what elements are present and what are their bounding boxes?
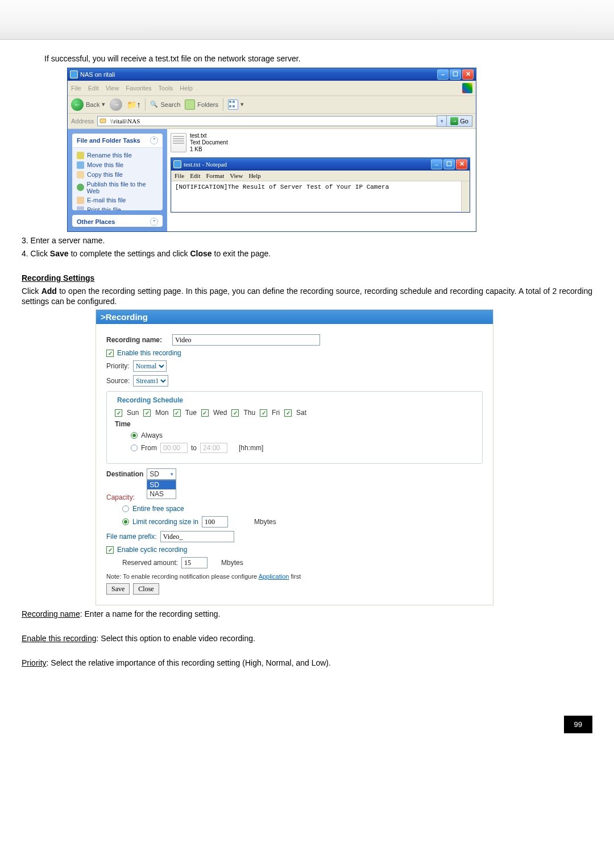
day-mon-checkbox[interactable] <box>143 409 151 417</box>
move-icon <box>77 161 84 169</box>
row-destination: Destination SD▾ SD NAS <box>106 468 483 480</box>
time-from-input[interactable] <box>160 443 188 453</box>
back-button[interactable]: ←Back ▾ <box>71 98 105 111</box>
np-menu-view[interactable]: View <box>230 172 243 179</box>
row-recording-name: Recording name: <box>106 334 483 346</box>
copy-icon <box>77 171 84 178</box>
row-source: Source: Stream1 <box>106 375 483 387</box>
notepad-menubar: File Edit Format View Help <box>171 171 470 181</box>
address-input[interactable] <box>97 116 437 126</box>
menu-file[interactable]: File <box>71 85 81 92</box>
limit-size-input[interactable] <box>202 516 228 528</box>
views-button[interactable]: ▾ <box>228 99 244 110</box>
task-email[interactable]: E-mail this file <box>77 196 158 205</box>
step-3: 3. Enter a server name. <box>22 235 592 246</box>
menu-tools[interactable]: Tools <box>159 85 173 92</box>
menu-edit[interactable]: Edit <box>88 85 99 92</box>
capacity-limit-radio[interactable] <box>122 518 129 525</box>
row-priority: Priority: Normal <box>106 360 483 372</box>
menu-help[interactable]: Help <box>180 85 193 92</box>
capacity-entire-radio[interactable] <box>122 505 129 512</box>
option-sd[interactable]: SD <box>147 480 176 489</box>
task-publish[interactable]: Publish this file to the Web <box>77 180 158 196</box>
np-menu-help[interactable]: Help <box>248 172 260 179</box>
window-title: NAS on ritali <box>80 71 115 78</box>
section-desc: Click Add to open the recording setting … <box>22 286 592 308</box>
up-button[interactable]: 📁↑ <box>127 100 140 109</box>
address-bar: Address ▾ →Go <box>68 114 476 129</box>
text-file-icon <box>171 133 186 152</box>
print-icon <box>77 206 84 210</box>
priority-select[interactable]: Normal <box>133 360 167 372</box>
note-text: Note: To enable recording notification p… <box>106 573 483 580</box>
day-tue-checkbox[interactable] <box>173 409 181 417</box>
maximize-button[interactable]: ☐ <box>450 69 461 80</box>
np-menu-edit[interactable]: Edit <box>190 172 200 179</box>
recording-name-input[interactable] <box>172 334 320 346</box>
days-row: Sun Mon Tue Wed Thu Fri Sat <box>115 409 474 417</box>
forward-button[interactable]: → <box>110 98 122 111</box>
close-button[interactable]: ✕ <box>462 69 474 80</box>
menu-favorites[interactable]: Favorites <box>126 85 151 92</box>
maximize-button[interactable]: ☐ <box>443 159 455 169</box>
destination-options: SD NAS <box>147 480 176 499</box>
time-always-radio[interactable] <box>131 432 138 439</box>
np-menu-format[interactable]: Format <box>206 172 224 179</box>
notepad-titlebar: test.txt - Notepad – ☐ ✕ <box>171 158 470 171</box>
scrollbar[interactable] <box>461 181 469 211</box>
time-range-radio[interactable] <box>131 445 138 451</box>
file-item[interactable]: test.txt Text Document 1 KB <box>171 132 472 153</box>
np-menu-file[interactable]: File <box>175 172 184 179</box>
notepad-content[interactable]: [NOTIFICATION]The Result of Server Test … <box>171 181 470 212</box>
menu-view[interactable]: View <box>106 85 119 92</box>
page-footer: 99 <box>0 711 614 733</box>
reserved-input[interactable] <box>181 557 208 568</box>
save-button[interactable]: Save <box>106 583 130 595</box>
cyclic-checkbox[interactable] <box>106 546 114 554</box>
schedule-fieldset: Recording Schedule Sun Mon Tue Wed Thu F… <box>106 391 483 464</box>
page-header-band <box>0 0 614 40</box>
task-pane: File and Folder Tasks⌃ Rename this file … <box>68 129 167 231</box>
notepad-title: test.txt - Notepad <box>184 161 227 168</box>
prefix-input[interactable] <box>160 531 234 542</box>
window-icon <box>70 70 78 78</box>
day-thu-checkbox[interactable] <box>231 409 239 417</box>
application-link[interactable]: Application <box>259 573 289 580</box>
fieldset-legend: Recording Schedule <box>115 396 185 404</box>
close-button[interactable]: Close <box>133 583 159 595</box>
day-sat-checkbox[interactable] <box>284 409 292 417</box>
task-rename[interactable]: Rename this file <box>77 151 158 160</box>
day-sun-checkbox[interactable] <box>115 409 122 417</box>
rename-icon <box>77 152 84 159</box>
close-button[interactable]: ✕ <box>456 159 467 169</box>
def-recording-name: Recording name: Enter a name for the rec… <box>22 609 592 620</box>
def-priority: Priority: Select the relative importance… <box>22 658 592 668</box>
task-print[interactable]: Print this file <box>77 205 158 210</box>
task-copy[interactable]: Copy this file <box>77 170 158 180</box>
search-button[interactable]: 🔍Search <box>150 101 180 108</box>
day-fri-checkbox[interactable] <box>260 409 267 417</box>
task-group-file: File and Folder Tasks⌃ Rename this file … <box>72 134 163 210</box>
explorer-window: NAS on ritali – ☐ ✕ File Edit View Favor… <box>67 68 476 232</box>
source-select[interactable]: Stream1 <box>133 375 168 387</box>
day-wed-checkbox[interactable] <box>201 409 209 417</box>
enable-recording-label: Enable this recording <box>117 349 181 357</box>
menu-bar: File Edit View Favorites Tools Help <box>68 81 476 96</box>
address-dropdown[interactable]: ▾ <box>437 115 447 127</box>
task-group-header[interactable]: Other Places⌃ <box>72 215 163 227</box>
row-prefix: File name prefix: <box>106 531 483 542</box>
enable-recording-checkbox[interactable] <box>106 350 114 357</box>
minimize-button[interactable]: – <box>431 159 442 169</box>
time-to-input[interactable] <box>200 443 227 453</box>
option-nas[interactable]: NAS <box>147 489 176 499</box>
folders-button[interactable]: Folders <box>185 99 218 110</box>
go-button[interactable]: →Go <box>447 115 472 127</box>
task-move[interactable]: Move this file <box>77 160 158 170</box>
minimize-button[interactable]: – <box>437 69 449 80</box>
toolbar: ←Back ▾ → 📁↑ 🔍Search Folders ▾ <box>68 96 476 114</box>
recording-title: >Recording <box>96 310 493 324</box>
task-group-header[interactable]: File and Folder Tasks⌃ <box>72 134 163 148</box>
destination-select[interactable]: SD▾ <box>147 468 176 480</box>
recording-panel: >Recording Recording name: Enable this r… <box>96 309 493 605</box>
address-label: Address <box>71 118 94 124</box>
